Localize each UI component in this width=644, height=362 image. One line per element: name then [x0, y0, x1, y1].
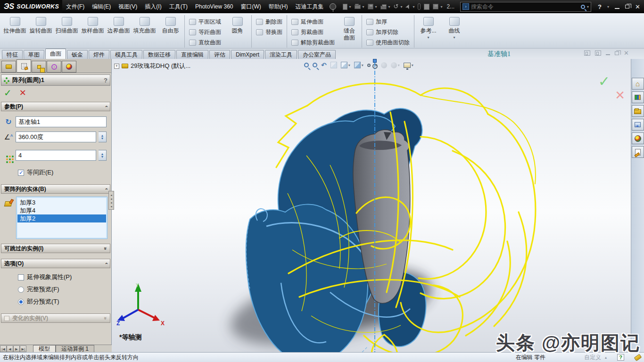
- view-orientation-button[interactable]: ▾: [341, 62, 350, 68]
- thickened-cut-button[interactable]: 加厚切除: [363, 27, 413, 37]
- search-input[interactable]: [471, 3, 579, 10]
- knit-surface-button[interactable]: 缝合曲面: [338, 15, 361, 48]
- thicken-button[interactable]: 加厚: [363, 16, 413, 27]
- pm-help-icon[interactable]: ?: [104, 77, 107, 84]
- bodies-section-header[interactable]: 要阵列的实体(B) ›: [1, 184, 110, 194]
- display-manager-tab[interactable]: [62, 61, 76, 73]
- axis-callout-label[interactable]: 基准轴1: [487, 50, 511, 58]
- planar-surface-button[interactable]: 平面区域: [186, 16, 224, 27]
- expand-chevron-icon[interactable]: »: [103, 317, 108, 320]
- menu-maidi-tools[interactable]: 迈迪工具集: [292, 0, 328, 13]
- file-explorer-button[interactable]: [632, 119, 644, 131]
- freeform-button[interactable]: 自由形: [157, 15, 183, 48]
- select-pointer-icon[interactable]: ➤: [401, 1, 415, 12]
- configuration-manager-tab[interactable]: [32, 61, 46, 73]
- menu-edit[interactable]: 编辑(E): [88, 0, 115, 13]
- menu-insert[interactable]: 插入(I): [141, 0, 165, 13]
- doc-close-icon[interactable]: ✕: [624, 50, 629, 56]
- zoom-fit-button[interactable]: [304, 63, 309, 67]
- caret-down-icon[interactable]: ▾: [398, 63, 400, 67]
- tab-weldments[interactable]: 焊件: [89, 50, 109, 59]
- parameters-section-header[interactable]: 参数(P) ›: [1, 102, 110, 111]
- equal-spacing-checkbox[interactable]: [18, 170, 24, 176]
- tab-features[interactable]: 特征: [2, 50, 23, 59]
- panel-splitter-handle[interactable]: ◂◂◂◂: [108, 191, 114, 210]
- home-button[interactable]: ⌂: [632, 78, 644, 90]
- curves-caret-icon[interactable]: ▾: [453, 35, 455, 40]
- pattern-axis-field[interactable]: 基准轴1: [16, 116, 107, 127]
- toolbar-overflow-label[interactable]: 2...: [446, 3, 454, 10]
- tab-data-migration[interactable]: 数据迁移: [143, 50, 175, 59]
- properties-doc-icon[interactable]: [424, 4, 429, 10]
- untrim-surface-button[interactable]: 解除剪裁曲面: [288, 37, 338, 48]
- caret-down-icon[interactable]: ▾: [362, 63, 363, 67]
- options-list-icon[interactable]: [433, 4, 438, 9]
- nav-prev-icon[interactable]: ◀: [7, 346, 13, 352]
- graphics-viewport[interactable]: + 29玫瑰花DHQ (默认... ↶ ▾ ▾ ▾ ▾ ▾ ✓ ✕: [112, 59, 631, 352]
- reference-caret-icon[interactable]: ▾: [427, 35, 429, 40]
- menu-help[interactable]: 帮助(H): [265, 0, 292, 13]
- tab-evaluate[interactable]: 评估: [209, 50, 230, 59]
- open-document-icon[interactable]: [355, 5, 361, 9]
- print-icon[interactable]: [380, 6, 387, 9]
- print-caret-icon[interactable]: ▾: [388, 5, 390, 9]
- lofted-surface-button[interactable]: 放样曲面: [80, 15, 106, 48]
- nav-first-icon[interactable]: |◀: [0, 346, 7, 352]
- rose-model[interactable]: [189, 71, 547, 352]
- tab-direct-editing[interactable]: 直接编辑: [176, 50, 208, 59]
- count-spinner[interactable]: ▲▼: [99, 150, 107, 161]
- skipped-instances-header[interactable]: 可跳过的实例(I) »: [1, 244, 110, 253]
- search-scope-icon[interactable]: ›: [462, 3, 469, 10]
- doc-minimize-icon[interactable]: [606, 54, 610, 55]
- options-caret-icon[interactable]: ▾: [440, 5, 442, 9]
- datum-axis-line[interactable]: [374, 63, 375, 352]
- search-caret-icon[interactable]: ▾: [587, 5, 589, 9]
- tab-dimxpert[interactable]: DimXpert: [231, 50, 264, 59]
- feature-tree-tab[interactable]: [1, 61, 16, 73]
- dimxpert-manager-tab[interactable]: [47, 61, 61, 73]
- collapse-chevron-icon[interactable]: ›: [103, 188, 109, 190]
- partial-preview-radio[interactable]: [18, 299, 24, 305]
- expand-chevron-icon[interactable]: »: [103, 247, 108, 250]
- model-tab[interactable]: 模型: [33, 345, 56, 352]
- tab-mold-tools[interactable]: 模具工具: [110, 50, 142, 59]
- property-manager-tab[interactable]: [17, 59, 31, 73]
- extruded-surface-button[interactable]: 拉伸曲面: [2, 15, 28, 48]
- previous-view-button[interactable]: ↶: [321, 62, 327, 68]
- design-library-button[interactable]: [632, 105, 644, 117]
- menu-tools[interactable]: 工具(T): [165, 0, 191, 13]
- angle-spinner[interactable]: ▲▼: [99, 132, 107, 142]
- offset-surface-button[interactable]: 等距曲面: [186, 27, 224, 37]
- save-caret-icon[interactable]: ▾: [375, 5, 377, 9]
- cancel-button[interactable]: ✕: [19, 89, 26, 97]
- replace-face-button[interactable]: 替换面: [253, 27, 286, 37]
- hide-show-items-button[interactable]: ▾: [367, 63, 377, 67]
- nav-next-icon[interactable]: ▶: [13, 346, 20, 352]
- new-caret-icon[interactable]: ▾: [349, 5, 351, 9]
- doc-pane-left-icon[interactable]: [584, 50, 590, 56]
- restore-icon[interactable]: [625, 5, 629, 8]
- trim-surface-button[interactable]: 剪裁曲面: [288, 27, 338, 37]
- cut-with-surface-button[interactable]: 使用曲面切除: [363, 37, 413, 48]
- full-preview-radio[interactable]: [18, 287, 24, 293]
- motion-study-tab[interactable]: 运动算例 1: [56, 345, 94, 352]
- body-list-item-selected[interactable]: 加厚2: [17, 214, 106, 222]
- search-magnifier-icon[interactable]: [581, 5, 585, 9]
- apply-scene-button[interactable]: ▾: [391, 62, 400, 68]
- section-view-button[interactable]: [330, 62, 337, 68]
- flyout-tree-header[interactable]: + 29玫瑰花DHQ (默认...: [114, 62, 190, 70]
- help-icon[interactable]: ?: [598, 3, 602, 10]
- tree-expand-icon[interactable]: +: [114, 64, 119, 69]
- open-caret-icon[interactable]: ▾: [363, 5, 364, 9]
- nav-last-icon[interactable]: ▶|: [20, 346, 26, 352]
- swept-surface-button[interactable]: 扫描曲面: [54, 15, 80, 48]
- new-document-icon[interactable]: [343, 4, 347, 10]
- 3d-content-button[interactable]: [632, 132, 644, 144]
- collapse-chevron-icon[interactable]: ›: [103, 263, 109, 264]
- varied-instances-header[interactable]: 变化的实例(V) »: [1, 313, 110, 323]
- menu-photoview[interactable]: PhotoView 360: [191, 0, 237, 13]
- confirmation-corner-cancel[interactable]: ✕: [615, 88, 625, 103]
- view-settings-button[interactable]: ▾: [404, 63, 413, 68]
- doc-restore-icon[interactable]: [615, 51, 619, 55]
- confirmation-corner-ok[interactable]: ✓: [598, 73, 610, 90]
